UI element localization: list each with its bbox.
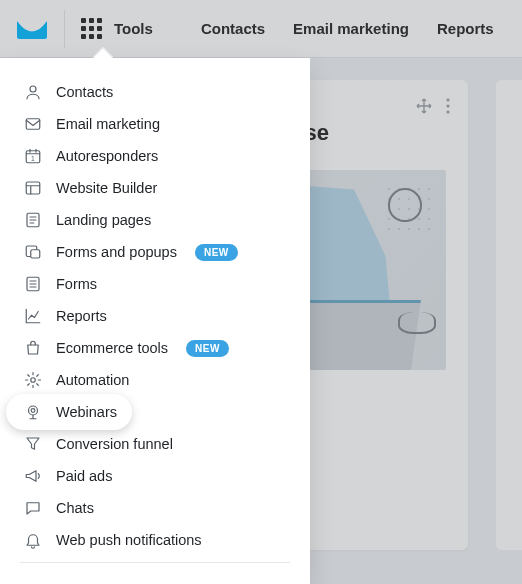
menu-item-autoresponders[interactable]: 1Autoresponders: [0, 140, 310, 172]
menu-item-paid-ads[interactable]: Paid ads: [0, 460, 310, 492]
menu-item-label: Webinars: [56, 404, 117, 420]
layout-icon: [24, 179, 42, 197]
menu-item-forms[interactable]: Forms: [0, 268, 310, 300]
apps-grid-icon: [81, 18, 102, 39]
tools-dropdown: ContactsEmail marketing1AutorespondersWe…: [0, 58, 310, 584]
svg-point-3: [30, 86, 36, 92]
menu-item-ecommerce-tools[interactable]: Ecommerce toolsNEW: [0, 332, 310, 364]
menu-item-label: Email marketing: [56, 116, 160, 132]
tools-menu-list: ContactsEmail marketing1AutorespondersWe…: [0, 76, 310, 556]
svg-point-14: [31, 409, 35, 413]
menu-item-label: Chats: [56, 500, 94, 516]
new-badge: NEW: [195, 244, 238, 261]
nav-reports[interactable]: Reports: [437, 20, 494, 37]
gear-icon: [24, 371, 42, 389]
scribble-icon: [398, 312, 436, 334]
move-icon[interactable]: [416, 98, 432, 114]
divider: [64, 10, 65, 48]
svg-point-2: [446, 110, 449, 113]
menu-item-label: Ecommerce tools: [56, 340, 168, 356]
tools-menu-trigger[interactable]: Tools: [81, 18, 153, 39]
form-icon: [24, 275, 42, 293]
menu-item-label: Landing pages: [56, 212, 151, 228]
bell-icon: [24, 531, 42, 549]
megaphone-icon: [24, 467, 42, 485]
svg-point-0: [446, 98, 449, 101]
nav-contacts[interactable]: Contacts: [201, 20, 265, 37]
menu-item-website-builder[interactable]: Website Builder: [0, 172, 310, 204]
svg-rect-10: [31, 250, 40, 258]
menu-item-label: Reports: [56, 308, 107, 324]
menu-item-conversion-funnel[interactable]: Conversion funnel: [0, 428, 310, 460]
next-card-peek: [496, 80, 522, 550]
svg-rect-4: [26, 119, 40, 130]
menu-item-webinars[interactable]: Webinars: [0, 396, 310, 428]
menu-item-label: Forms: [56, 276, 97, 292]
menu-item-chats[interactable]: Chats: [0, 492, 310, 524]
menu-item-label: Conversion funnel: [56, 436, 173, 452]
menu-item-reports[interactable]: Reports: [0, 300, 310, 332]
menu-item-label: Contacts: [56, 84, 113, 100]
menu-item-automation[interactable]: Automation: [0, 364, 310, 396]
chart-line-icon: [24, 307, 42, 325]
funnel-icon: [24, 435, 42, 453]
menu-item-label: Website Builder: [56, 180, 157, 196]
menu-item-forms-and-popups[interactable]: Forms and popupsNEW: [0, 236, 310, 268]
svg-rect-7: [26, 182, 40, 194]
calendar1-icon: 1: [24, 147, 42, 165]
kebab-icon[interactable]: [446, 98, 450, 114]
brand-logo-icon: [16, 18, 48, 40]
new-badge: NEW: [186, 340, 229, 357]
svg-point-1: [446, 104, 449, 107]
menu-item-landing-pages[interactable]: Landing pages: [0, 204, 310, 236]
top-bar: Tools Contacts Email marketing Reports: [0, 0, 522, 58]
nav-email-marketing[interactable]: Email marketing: [293, 20, 409, 37]
lightbulb-doodle-icon: [388, 188, 422, 222]
menu-item-email-marketing[interactable]: Email marketing: [0, 108, 310, 140]
user-icon: [24, 83, 42, 101]
envelope-icon: [24, 115, 42, 133]
svg-point-12: [31, 378, 36, 383]
bag-icon: [24, 339, 42, 357]
svg-text:1: 1: [31, 155, 35, 162]
menu-item-label: Web push notifications: [56, 532, 202, 548]
tools-label: Tools: [114, 20, 153, 37]
svg-point-13: [29, 406, 38, 415]
menu-divider: [20, 562, 290, 563]
menu-item-contacts[interactable]: Contacts: [0, 76, 310, 108]
menu-item-label: Automation: [56, 372, 129, 388]
page-icon: [24, 211, 42, 229]
primary-nav: Contacts Email marketing Reports: [201, 20, 494, 37]
chat-icon: [24, 499, 42, 517]
menu-item-label: Paid ads: [56, 468, 112, 484]
form-popup-icon: [24, 243, 42, 261]
menu-item-label: Autoresponders: [56, 148, 158, 164]
menu-item-label: Forms and popups: [56, 244, 177, 260]
menu-item-web-push-notifications[interactable]: Web push notifications: [0, 524, 310, 556]
webcam-icon: [24, 403, 42, 421]
